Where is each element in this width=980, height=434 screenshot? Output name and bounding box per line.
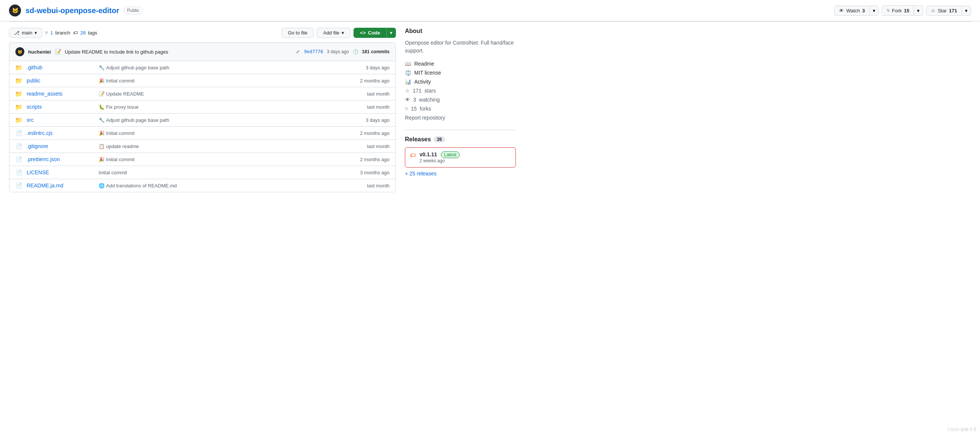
file-commit: 📝Update README (99, 91, 363, 97)
watch-button[interactable]: 👁 Watch 3 (834, 6, 870, 16)
file-commit: Initial commit (99, 170, 355, 175)
file-icon: 📄 (15, 130, 22, 137)
branch-info: ⑂ 1 branch (45, 30, 70, 36)
latest-release[interactable]: 🏷 v0.1.11 Latest 2 weeks ago (405, 147, 516, 167)
stars-label: stars (425, 88, 436, 94)
commit-meta: ✓ 9ed7776 3 days ago 🕐 181 commits (296, 49, 390, 55)
tags-text: tags (88, 30, 97, 36)
release-name-row: v0.1.11 Latest (420, 151, 460, 157)
tags-count-link[interactable]: 26 (80, 30, 86, 36)
release-date: 2 weeks ago (420, 158, 460, 164)
file-commit: 🎉Initial commit (99, 130, 355, 136)
file-name-link[interactable]: README.ja.md (27, 183, 94, 189)
branch-selector[interactable]: ⎇ main ▾ (9, 28, 42, 38)
file-commit: 🎉Initial commit (99, 78, 355, 84)
table-row: 📁 scripts 🐛Fix proxy issue last month (10, 100, 396, 114)
commits-count-link[interactable]: 181 commits (362, 49, 390, 54)
releases-header: Releases 26 (405, 136, 516, 143)
file-commit: 🌐Add translations of README.md (99, 183, 363, 189)
branch-text: branch (55, 30, 70, 36)
book-icon: 📖 (405, 61, 411, 67)
table-row: 📁 src 🔧Adjust github page base path 3 da… (10, 114, 396, 127)
commits-count: 181 (362, 49, 370, 54)
report-repository-link[interactable]: Report repository (405, 115, 516, 121)
table-row: 📄 LICENSE Initial commit 3 months ago (10, 166, 396, 179)
table-row: 📄 .prettierrc.json 🎉Initial commit 2 mon… (10, 153, 396, 166)
commit-author[interactable]: huchenlei (28, 49, 51, 55)
main-content: ⎇ main ▾ ⑂ 1 branch 🏷 26 tags Go to file… (0, 22, 525, 198)
code-dropdown[interactable]: ▾ (387, 28, 396, 38)
file-name-link[interactable]: LICENSE (27, 169, 94, 175)
repo-avatar: 🐱 (9, 5, 21, 16)
file-age: 3 months ago (360, 170, 390, 175)
header: 🐱 sd-webui-openpose-editor Public 👁 Watc… (0, 0, 980, 21)
forks-label: forks (420, 106, 431, 112)
file-icon: 📄 (15, 143, 22, 149)
file-name-link[interactable]: .eslintrc.cjs (27, 130, 94, 136)
file-name-link[interactable]: public (27, 78, 94, 84)
table-row: 📁 public 🎉Initial commit 2 months ago (10, 74, 396, 87)
readme-link: 📖 Readme (405, 61, 516, 67)
folder-icon: 📁 (15, 116, 22, 123)
file-name-link[interactable]: .github (27, 64, 94, 70)
file-age: 2 months ago (360, 157, 390, 162)
table-row: 📄 README.ja.md 🌐Add translations of READ… (10, 179, 396, 192)
toolbar: ⎇ main ▾ ⑂ 1 branch 🏷 26 tags Go to file… (9, 28, 396, 38)
code-label: Code (368, 30, 380, 36)
star-count: 171 (949, 8, 957, 13)
eye-icon: 👁 (405, 97, 410, 103)
file-icon: 📄 (15, 156, 22, 163)
file-age: last month (367, 104, 390, 110)
license-anchor[interactable]: MIT license (414, 70, 441, 76)
file-name-link[interactable]: scripts (27, 104, 94, 110)
star-label: Star (938, 8, 947, 13)
file-commit: 🔧Adjust github page base path (99, 117, 361, 123)
stars-count: 171 (413, 88, 422, 94)
commits-label: commits (371, 49, 390, 54)
more-releases-link[interactable]: + 25 releases (405, 170, 516, 176)
repo-description: Openpose editor for ControlNet. Full han… (405, 39, 516, 55)
activity-anchor[interactable]: Activity (414, 79, 431, 85)
commit-hash[interactable]: 9ed7776 (304, 49, 323, 54)
file-commit: 🐛Fix proxy issue (99, 104, 363, 110)
file-age: 3 days ago (366, 65, 390, 70)
add-file-chevron: ▾ (342, 30, 344, 36)
file-name-link[interactable]: readme_assets (27, 91, 94, 97)
clock-icon: 🕐 (353, 49, 358, 54)
file-commit: 📋update readme (99, 143, 363, 149)
file-icon: 📄 (15, 169, 22, 176)
star-dropdown[interactable]: ▾ (962, 6, 971, 16)
scale-icon: ⚖️ (405, 70, 411, 76)
releases-count: 26 (434, 137, 445, 142)
readme-anchor[interactable]: Readme (414, 61, 434, 67)
fork-dropdown[interactable]: ▾ (914, 5, 923, 16)
watching-label: watching (419, 97, 440, 103)
folder-icon: 📁 (15, 103, 22, 110)
license-link: ⚖️ MIT license (405, 70, 516, 76)
code-button-group: <> Code ▾ (353, 28, 396, 38)
tags-info: 🏷 26 tags (73, 30, 97, 36)
watching-info: 👁 3 watching (405, 97, 516, 103)
file-icon: 📄 (15, 182, 22, 189)
sidebar-divider (405, 130, 516, 130)
file-name-link[interactable]: src (27, 117, 94, 123)
file-age: last month (367, 183, 390, 189)
file-commit: 🔧Adjust github page base path (99, 65, 361, 70)
fork-button[interactable]: ⑂ Fork 15 (882, 5, 914, 16)
watching-count: 3 (413, 97, 416, 103)
file-name-link[interactable]: .prettierrc.json (27, 156, 94, 162)
file-age: 3 days ago (366, 117, 390, 123)
watch-dropdown[interactable]: ▾ (870, 6, 879, 16)
folder-icon: 📁 (15, 90, 22, 97)
branch-count-link[interactable]: 1 (50, 30, 53, 36)
folder-icon: 📁 (15, 64, 22, 71)
add-file-button[interactable]: Add file ▾ (317, 28, 350, 38)
star-button[interactable]: ☆ Star 171 (926, 6, 962, 16)
star-icon: ☆ (931, 8, 935, 13)
header-actions: 👁 Watch 3 ▾ ⑂ Fork 15 ▾ ☆ Star 171 ▾ (834, 5, 971, 16)
commit-message[interactable]: Update README to include link to github … (65, 49, 168, 55)
goto-file-button[interactable]: Go to file (282, 28, 314, 38)
file-name-link[interactable]: .gitignore (27, 143, 94, 149)
repo-name[interactable]: sd-webui-openpose-editor (25, 6, 119, 15)
code-button[interactable]: <> Code (353, 28, 387, 38)
